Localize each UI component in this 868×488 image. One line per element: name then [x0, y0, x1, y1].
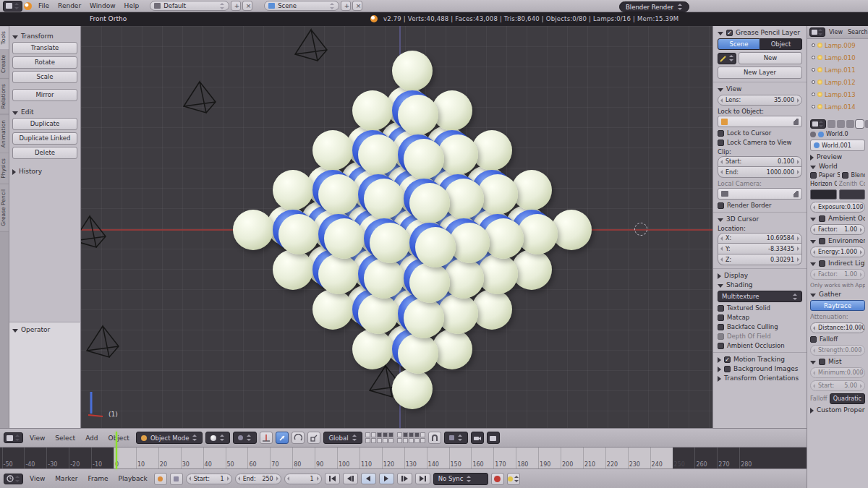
- prev-keyframe-button[interactable]: [343, 473, 358, 484]
- lock-to-cursor-checkbox[interactable]: [718, 130, 724, 137]
- atom-sphere[interactable]: [312, 289, 353, 330]
- layer-toggle[interactable]: [383, 432, 388, 437]
- menu-view[interactable]: View: [827, 29, 844, 35]
- menu-search[interactable]: Search: [846, 29, 868, 35]
- transform-panel-header[interactable]: Transform: [12, 33, 77, 40]
- layer-toggle[interactable]: [397, 432, 402, 437]
- render-engine-selector[interactable]: Blender Render: [619, 1, 689, 12]
- mist-checkbox[interactable]: [819, 359, 825, 365]
- tab-world-icon[interactable]: [856, 120, 864, 128]
- indirect-panel-header[interactable]: Indirect Lighting: [810, 260, 865, 267]
- indirect-checkbox[interactable]: [819, 260, 825, 267]
- screen-layout-selector[interactable]: Default: [150, 1, 229, 11]
- pivot-dropdown[interactable]: [233, 432, 257, 444]
- ao-panel-header[interactable]: Ambient Occlusion: [810, 215, 865, 222]
- restrict-dot-icon[interactable]: [812, 68, 815, 72]
- timeline-ruler[interactable]: -50-40-30-20-100102030405060708090100110…: [0, 447, 807, 468]
- zenith-color-swatch[interactable]: [839, 189, 866, 200]
- layer-toggle[interactable]: [414, 438, 420, 443]
- atom-sphere[interactable]: [273, 170, 313, 210]
- rotate-button[interactable]: Rotate: [12, 56, 77, 69]
- jump-to-start-button[interactable]: [325, 473, 340, 484]
- dashed-circle-widget[interactable]: [634, 223, 647, 236]
- viewport-shading-dropdown[interactable]: [205, 432, 230, 444]
- next-keyframe-button[interactable]: [397, 473, 412, 484]
- layer-toggle[interactable]: [388, 432, 393, 437]
- frame-start-field[interactable]: Start:1: [186, 474, 232, 484]
- play-button[interactable]: [379, 473, 394, 484]
- manipulator-axes-button[interactable]: [260, 432, 273, 444]
- restrict-dot-icon[interactable]: [812, 56, 815, 59]
- menu-marker[interactable]: Marker: [51, 475, 81, 482]
- atom-sphere[interactable]: [370, 223, 410, 263]
- matcap-checkbox[interactable]: [718, 314, 724, 321]
- layer-toggle[interactable]: [403, 438, 408, 443]
- gather-panel-header[interactable]: Gather: [810, 291, 865, 298]
- layer-toggle[interactable]: [383, 438, 388, 443]
- grease-pencil-panel-header[interactable]: Grease Pencil Layer: [718, 29, 802, 36]
- menu-view[interactable]: View: [26, 435, 48, 442]
- atom-sphere[interactable]: [398, 95, 438, 135]
- atom-sphere[interactable]: [318, 254, 359, 294]
- tab-physics[interactable]: Physics: [0, 153, 9, 184]
- delete-button[interactable]: Delete: [12, 147, 77, 159]
- menu-frame[interactable]: Frame: [84, 475, 111, 482]
- snap-element-dropdown[interactable]: [444, 432, 468, 444]
- autokey-mode-button[interactable]: [507, 473, 520, 485]
- edit-panel-header[interactable]: Edit: [12, 108, 77, 116]
- layer-toggle[interactable]: [409, 438, 414, 443]
- duplicate-button[interactable]: Duplicate: [12, 118, 77, 130]
- cursor-y-field[interactable]: Y:-8.33435: [718, 244, 802, 254]
- add-scene-button[interactable]: [341, 1, 351, 11]
- layer-toggle[interactable]: [377, 438, 382, 443]
- mist-falloff-dropdown[interactable]: Quadratic: [830, 393, 865, 404]
- editor-type-button[interactable]: [4, 474, 23, 484]
- preview-panel-header[interactable]: Preview: [810, 153, 865, 160]
- delete-scene-button[interactable]: [352, 1, 362, 11]
- atom-sphere[interactable]: [415, 227, 456, 267]
- tab-scene-icon[interactable]: [846, 120, 854, 128]
- mode-dropdown[interactable]: Object Mode: [136, 432, 203, 444]
- record-button[interactable]: [491, 473, 504, 485]
- atom-sphere[interactable]: [278, 214, 319, 254]
- env-energy-slider[interactable]: Energy:1.000: [810, 247, 865, 257]
- atom-sphere[interactable]: [324, 218, 365, 259]
- custom-properties-header[interactable]: Custom Properties: [810, 406, 865, 414]
- add-layout-button[interactable]: [231, 1, 241, 11]
- atom-sphere[interactable]: [404, 139, 444, 179]
- frame-end-field[interactable]: End:250: [235, 474, 281, 484]
- indirect-factor-slider[interactable]: Factor:1.00: [810, 269, 865, 280]
- menu-object[interactable]: Object: [105, 435, 133, 442]
- exposure-slider[interactable]: Exposure:0.100: [810, 202, 865, 213]
- motion-tracking-header[interactable]: Motion Tracking: [718, 356, 802, 363]
- sync-dropdown[interactable]: No Sync: [433, 473, 488, 485]
- outliner-item[interactable]: Lamp.014: [807, 100, 868, 113]
- restrict-dot-icon[interactable]: [812, 93, 815, 96]
- matcap-row[interactable]: Matcap: [718, 314, 802, 321]
- outliner-item[interactable]: Lamp.010: [807, 51, 868, 64]
- gp-new-button[interactable]: New: [739, 52, 802, 64]
- env-light-panel-header[interactable]: Environment Light: [810, 237, 865, 244]
- cursor-panel-header[interactable]: 3D Cursor: [718, 215, 802, 223]
- render-opengl-anim-button[interactable]: [487, 432, 500, 444]
- editor-type-button[interactable]: [4, 432, 23, 443]
- outliner-item[interactable]: Lamp.013: [807, 88, 868, 100]
- atom-sphere[interactable]: [233, 210, 273, 250]
- layer-toggle[interactable]: [397, 438, 402, 443]
- ambient-occlusion-checkbox[interactable]: [718, 343, 724, 349]
- tab-render-layers-icon[interactable]: [837, 120, 845, 128]
- play-reverse-button[interactable]: [361, 473, 376, 484]
- translate-button[interactable]: Translate: [12, 42, 77, 54]
- playhead[interactable]: [116, 432, 117, 469]
- tab-animation[interactable]: Animation: [0, 115, 9, 153]
- transform-orientations-header[interactable]: Transform Orientations: [718, 374, 802, 382]
- background-images-checkbox[interactable]: [724, 366, 731, 372]
- snap-magnet-button[interactable]: [428, 432, 441, 444]
- current-frame-field[interactable]: 1: [284, 474, 322, 484]
- atom-sphere[interactable]: [364, 258, 404, 299]
- gp-draw-tool-button[interactable]: [718, 53, 736, 64]
- eyedropper-icon[interactable]: [793, 191, 799, 197]
- textured-solid-row[interactable]: Textured Solid: [718, 304, 802, 312]
- layer-toggle[interactable]: [414, 432, 420, 437]
- strength-slider[interactable]: Strength:0.000: [810, 345, 865, 356]
